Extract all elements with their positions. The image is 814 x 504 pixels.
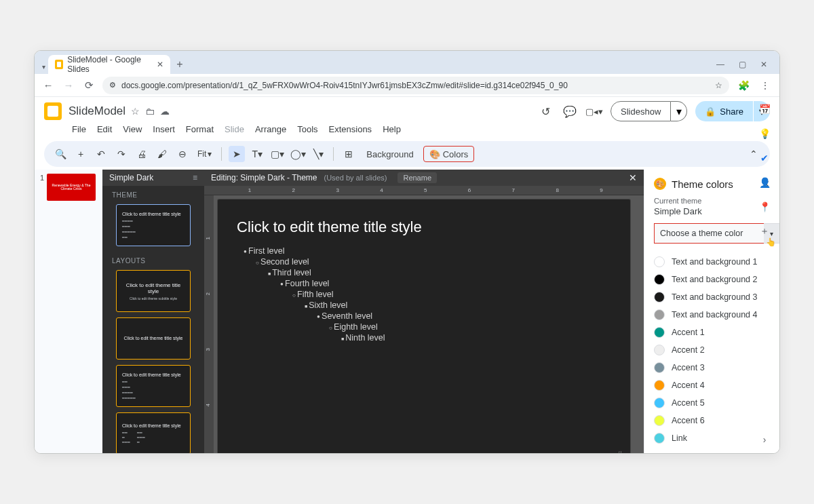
new-tab-button[interactable]: +	[170, 55, 189, 74]
slides-favicon-icon	[55, 60, 63, 69]
theme-section-label: THEME	[102, 186, 204, 201]
calendar-icon[interactable]: 📅	[758, 102, 771, 116]
color-swatch	[654, 309, 665, 320]
document-title[interactable]: SlideModel	[69, 104, 125, 118]
zoom-dropdown[interactable]: Fit ▾	[195, 146, 214, 162]
back-icon[interactable]: ←	[41, 79, 55, 91]
used-by-label: (Used by all slides)	[324, 174, 387, 182]
master-thumb[interactable]: Click to edit theme title style ━━━━━━━━…	[116, 204, 191, 246]
undo-icon[interactable]: ↶	[93, 146, 109, 162]
new-slide-icon[interactable]: +	[73, 146, 89, 162]
extensions-icon[interactable]: 🧩	[736, 80, 751, 91]
color-swatch	[654, 415, 665, 426]
slideshow-button[interactable]: Slideshow	[610, 101, 671, 121]
editing-label: Editing: Simple Dark - Theme	[211, 173, 317, 182]
theme-panel-menu-icon[interactable]: ≡	[193, 173, 197, 182]
menu-slide: Slide	[220, 123, 249, 136]
line-tool-icon[interactable]: ╲▾	[310, 146, 326, 162]
tasks-icon[interactable]: ✔	[758, 151, 771, 165]
menu-help[interactable]: Help	[378, 123, 406, 136]
redo-icon[interactable]: ↷	[113, 146, 130, 162]
workspace: 1 Renewable Energy & The Climate Crisis …	[35, 170, 779, 454]
menu-edit[interactable]: Edit	[92, 123, 117, 136]
menu-tools[interactable]: Tools	[292, 123, 322, 136]
menu-file[interactable]: File	[67, 123, 91, 136]
hide-side-panel-icon[interactable]: ›	[758, 433, 771, 446]
forward-icon[interactable]: →	[62, 79, 75, 91]
slide-canvas[interactable]: Click to edit theme title style First le…	[218, 199, 630, 454]
history-icon[interactable]: ↺	[537, 103, 554, 119]
url-text: docs.google.com/presentation/d/1_qZ_5wFR…	[121, 81, 710, 90]
color-swatch	[654, 433, 665, 444]
menu-arrange[interactable]: Arrange	[250, 123, 291, 136]
layout-thumb[interactable]: Click to edit theme title style ━━━━━━━━…	[116, 365, 191, 407]
layout-thumb[interactable]: Click to edit theme title style Click to…	[116, 270, 191, 312]
window-controls: ― ▢ ✕	[714, 55, 775, 74]
search-menus-icon[interactable]: 🔍	[52, 146, 69, 162]
slide-thumbnail: Renewable Energy & The Climate Crisis	[47, 174, 96, 201]
maximize-icon[interactable]: ▢	[736, 60, 748, 69]
print-icon[interactable]: 🖨	[134, 146, 150, 162]
canvas-title[interactable]: Click to edit theme title style	[237, 218, 611, 236]
paint-format-icon[interactable]: 🖌	[154, 146, 170, 162]
layouts-section-label: LAYOUTS	[102, 252, 204, 267]
menu-bar: File Edit View Insert Format Slide Arran…	[35, 123, 779, 138]
color-swatch	[654, 362, 665, 373]
site-settings-icon[interactable]: ⚙	[109, 81, 116, 90]
menu-view[interactable]: View	[118, 123, 147, 136]
color-swatch	[654, 256, 665, 267]
colors-button[interactable]: 🎨 Colors	[423, 146, 475, 162]
theme-panel-header: Simple Dark ≡	[102, 170, 204, 186]
slideshow-options-button[interactable]: ▾	[671, 101, 687, 121]
color-swatch	[654, 292, 665, 303]
maps-icon[interactable]: 📍	[758, 200, 771, 214]
bookmark-star-icon[interactable]: ☆	[715, 81, 722, 90]
filmstrip: 1 Renewable Energy & The Climate Crisis	[35, 170, 102, 454]
zoom-out-icon[interactable]: ⊖	[174, 146, 191, 162]
layout-thumb[interactable]: Click to edit theme title style ━━━━━━━━…	[116, 412, 191, 454]
move-icon[interactable]: 🗀	[145, 106, 155, 117]
slide-number: 1	[37, 174, 44, 182]
canvas-body-levels[interactable]: First level Second level Third level Fou…	[237, 246, 611, 343]
theme-editor: Editing: Simple Dark - Theme (Used by al…	[204, 170, 644, 454]
minimize-icon[interactable]: ―	[714, 60, 726, 69]
menu-format[interactable]: Format	[181, 123, 218, 136]
tab-search-icon[interactable]: ▾	[39, 59, 48, 74]
menu-extensions[interactable]: Extensions	[324, 123, 377, 136]
select-tool-icon[interactable]: ➤	[229, 146, 245, 162]
comments-icon[interactable]: 💬	[562, 103, 578, 119]
separator	[221, 147, 222, 161]
image-tool-icon[interactable]: ▢▾	[269, 146, 286, 162]
reload-icon[interactable]: ⟳	[82, 79, 96, 92]
close-editor-icon[interactable]: ✕	[629, 172, 637, 183]
horizontal-ruler[interactable]: 123456789	[204, 186, 644, 195]
placeholder-tool-icon[interactable]: ⊞	[341, 146, 357, 162]
filmstrip-slide[interactable]: 1 Renewable Energy & The Climate Crisis	[37, 174, 100, 201]
shape-tool-icon[interactable]: ◯▾	[290, 146, 306, 162]
background-button[interactable]: Background	[361, 146, 419, 162]
separator	[333, 147, 334, 161]
vertical-ruler[interactable]: 12345	[204, 195, 214, 454]
add-addon-icon[interactable]: ＋	[758, 225, 771, 238]
omnibox[interactable]: ⚙ docs.google.com/presentation/d/1_qZ_5w…	[102, 77, 729, 94]
slideshow-label: Slideshow	[621, 106, 661, 117]
browser-tab[interactable]: SlideModel - Google Slides ✕	[48, 55, 170, 74]
slides-logo-icon[interactable]	[44, 102, 62, 120]
slide-number-placeholder[interactable]: #	[617, 450, 622, 454]
textbox-tool-icon[interactable]: T▾	[249, 146, 265, 162]
close-window-icon[interactable]: ✕	[758, 60, 770, 69]
browser-tabstrip: ▾ SlideModel - Google Slides ✕ + ― ▢ ✕	[35, 51, 779, 74]
meet-icon[interactable]: ▢◂▾	[586, 103, 602, 119]
layout-thumb[interactable]: Click to edit theme title style	[116, 317, 191, 360]
color-swatch	[654, 327, 665, 338]
cloud-status-icon[interactable]: ☁	[160, 106, 170, 117]
theme-builder-panel: Simple Dark ≡ THEME Click to edit theme …	[102, 170, 204, 454]
contacts-icon[interactable]: 👤	[758, 176, 771, 189]
menu-insert[interactable]: Insert	[148, 123, 180, 136]
rename-button[interactable]: Rename	[398, 172, 437, 183]
browser-menu-icon[interactable]: ⋮	[758, 80, 773, 91]
share-button[interactable]: 🔒 Share	[695, 101, 753, 121]
tab-close-icon[interactable]: ✕	[157, 60, 163, 69]
star-icon[interactable]: ☆	[131, 106, 140, 117]
keep-icon[interactable]: 💡	[758, 127, 771, 140]
